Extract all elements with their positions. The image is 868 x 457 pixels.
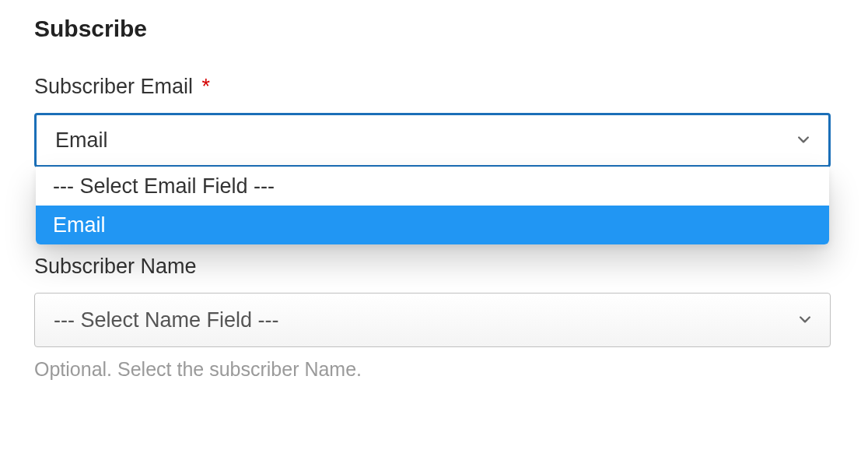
email-dropdown-option-placeholder[interactable]: --- Select Email Field --- [36,167,829,206]
chevron-down-icon [796,132,811,147]
subscriber-email-label: Subscriber Email * [34,75,834,99]
required-indicator: * [202,75,211,98]
subscriber-email-field: Subscriber Email * Email --- Select Emai… [34,75,834,167]
subscriber-email-label-text: Subscriber Email [34,75,193,98]
subscriber-name-label: Subscriber Name [34,255,834,279]
section-title: Subscribe [34,16,834,42]
email-dropdown-option-email[interactable]: Email [36,206,829,244]
subscriber-email-dropdown-panel: --- Select Email Field --- Email [36,167,829,244]
subscriber-name-select[interactable]: --- Select Name Field --- [34,293,831,347]
chevron-down-icon [797,311,813,327]
subscriber-name-placeholder: --- Select Name Field --- [54,308,279,332]
subscriber-name-help-text: Optional. Select the subscriber Name. [34,358,834,381]
subscriber-name-field: Subscriber Name --- Select Name Field --… [34,255,834,381]
subscriber-email-selected-value: Email [55,128,108,153]
subscriber-email-select[interactable]: Email [34,113,831,167]
